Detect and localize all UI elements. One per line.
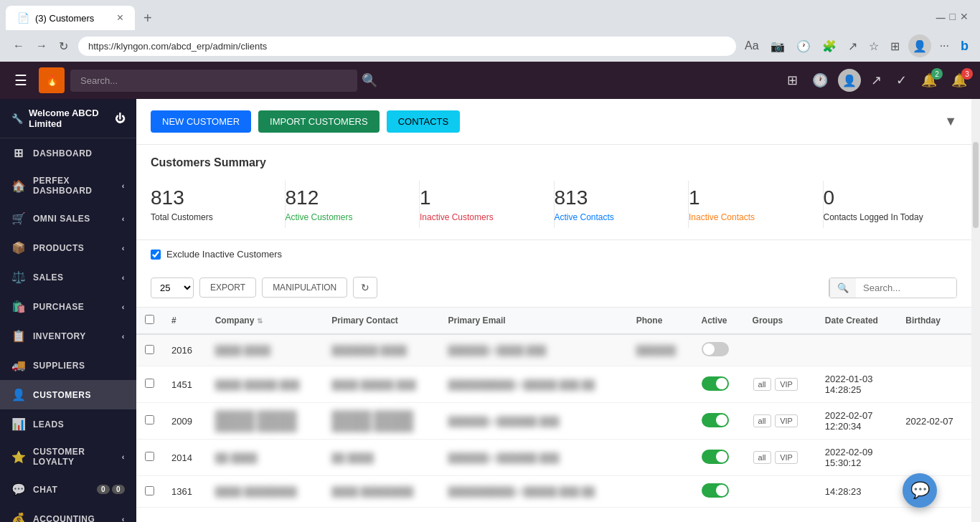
sidebar-item-suppliers[interactable]: 🚚 SUPPLIERS xyxy=(0,351,136,380)
active-toggle[interactable] xyxy=(702,342,729,356)
sidebar-item-leads[interactable]: 📊 LEADS xyxy=(0,409,136,439)
group-badge-all: all xyxy=(753,451,771,464)
perfex-chevron: ‹ xyxy=(122,181,125,190)
active-toggle[interactable] xyxy=(702,450,729,464)
row-select-checkbox[interactable] xyxy=(145,452,154,461)
top-search-input[interactable] xyxy=(70,70,357,92)
table-search: 🔍 xyxy=(829,277,957,298)
sidebar-item-omni-sales[interactable]: 🛒 OMNI SALES ‹ xyxy=(0,204,136,233)
page-size-select[interactable]: 25 10 50 100 xyxy=(151,277,194,298)
sidebar-item-customers[interactable]: 👤 CUSTOMERS xyxy=(0,380,136,409)
top-navigation: ☰ 🔥 🔍 ⊞ 🕐 👤 ↗ ✓ 🔔2 🔔3 xyxy=(0,62,980,99)
bing-btn[interactable]: b xyxy=(958,36,971,57)
exclude-inactive-label: Exclude Inactive Customers xyxy=(166,249,282,260)
screen-btn[interactable]: ⊞ xyxy=(783,70,802,91)
table-search-input[interactable] xyxy=(856,278,956,298)
sidebar-item-sales[interactable]: ⚖️ SALES ‹ xyxy=(0,262,136,292)
col-active: Active xyxy=(693,308,744,334)
row-groups xyxy=(744,476,816,508)
hamburger-menu[interactable]: ☰ xyxy=(9,69,33,92)
row-select-checkbox[interactable] xyxy=(145,379,154,388)
screenshot-btn[interactable]: 📷 xyxy=(768,37,788,56)
row-checkbox xyxy=(136,476,163,508)
window-maximize[interactable]: □ xyxy=(950,11,956,26)
task-btn[interactable]: ✓ xyxy=(892,70,911,91)
sidebar-item-purchase[interactable]: 🛍️ PURCHASE ‹ xyxy=(0,292,136,321)
sidebar-item-accounting[interactable]: 💰 ACCOUNTING ‹ xyxy=(0,504,136,522)
user-avatar[interactable]: 👤 xyxy=(908,34,931,57)
new-customer-button[interactable]: NEW CUSTOMER xyxy=(151,110,251,133)
scrollbar-thumb[interactable] xyxy=(973,142,979,228)
sidebar-item-products[interactable]: 📦 PRODUCTS ‹ xyxy=(0,233,136,262)
tab-title: (3) Customers xyxy=(35,13,94,24)
customers-icon: 👤 xyxy=(11,388,26,402)
share-nav-btn[interactable]: ↗ xyxy=(867,70,886,91)
select-all-checkbox[interactable] xyxy=(145,315,154,324)
row-contact: ███████ ████ xyxy=(323,334,439,366)
forward-button[interactable]: → xyxy=(32,37,52,56)
table-controls: 25 10 50 100 EXPORT MANIPULATION ↻ 🔍 xyxy=(136,268,971,308)
row-select-checkbox[interactable] xyxy=(145,486,154,495)
url-input[interactable] xyxy=(78,37,736,56)
row-select-checkbox[interactable] xyxy=(145,345,154,354)
sidebar-item-perfex[interactable]: 🏠 PERFEX DASHBOARD ‹ xyxy=(0,168,136,204)
sidebar-item-dashboard[interactable]: ⊞ DASHBOARD xyxy=(0,138,136,168)
exclude-inactive-checkbox[interactable] xyxy=(151,250,161,260)
sidebar-item-inventory[interactable]: 📋 INVENTORY ‹ xyxy=(0,321,136,351)
sidebar-label-accounting: ACCOUNTING xyxy=(33,514,95,523)
contacts-button[interactable]: CONTACTS xyxy=(387,110,461,133)
favorites-btn[interactable]: ☆ xyxy=(866,37,882,56)
tab-close-button[interactable]: × xyxy=(117,11,123,24)
row-id: 1361 xyxy=(163,476,207,508)
collections-btn[interactable]: ⊞ xyxy=(887,37,903,56)
products-chevron: ‹ xyxy=(122,244,125,252)
window-minimize[interactable]: ─ xyxy=(936,11,946,26)
accounting-icon: 💰 xyxy=(11,512,26,522)
row-email: ██████@████.███ xyxy=(440,334,628,366)
row-checkbox xyxy=(136,366,163,403)
row-email: ██████████@█████.███.██ xyxy=(440,366,628,403)
row-id: 2016 xyxy=(163,334,207,366)
loyalty-chevron: ‹ xyxy=(122,452,125,461)
back-button[interactable]: ← xyxy=(9,37,29,56)
nav-buttons: ← → ↻ xyxy=(9,37,72,56)
refresh-table-button[interactable]: ↻ xyxy=(353,277,377,298)
active-toggle[interactable] xyxy=(702,376,729,391)
right-scrollbar[interactable] xyxy=(971,99,980,522)
notification-btn-red[interactable]: 🔔3 xyxy=(947,70,971,91)
chat-widget-button[interactable]: 💬 xyxy=(903,473,937,508)
active-toggle[interactable] xyxy=(702,413,729,427)
new-tab-button[interactable]: + xyxy=(138,7,158,29)
manipulation-button[interactable]: MANIPULATION xyxy=(262,277,347,298)
active-toggle[interactable] xyxy=(702,483,729,498)
menu-btn[interactable]: ··· xyxy=(937,37,952,55)
brand-label: Welcome ABCD Limited xyxy=(29,108,109,129)
export-button[interactable]: EXPORT xyxy=(199,277,256,298)
power-icon[interactable]: ⏻ xyxy=(115,113,125,124)
col-id: # xyxy=(163,308,207,334)
summary-logged-in-today: 0 Contacts Logged In Today xyxy=(824,181,958,228)
company-sort-icon[interactable]: ⇅ xyxy=(257,317,263,325)
refresh-button[interactable]: ↻ xyxy=(55,37,72,56)
omni-sales-icon: 🛒 xyxy=(11,212,26,225)
sidebar-label-sales: SALES xyxy=(33,272,64,283)
share-btn[interactable]: ↗ xyxy=(845,37,860,56)
sidebar-label-products: PRODUCTS xyxy=(33,243,84,253)
search-button[interactable]: 🔍 xyxy=(357,70,382,91)
total-customers-label: Total Customers xyxy=(151,212,270,222)
search-bar-container: 🔍 xyxy=(70,70,777,92)
col-primary-contact: Primary Contact xyxy=(323,308,439,334)
history-nav-btn[interactable]: 🕐 xyxy=(808,70,832,91)
user-profile-avatar[interactable]: 👤 xyxy=(838,69,861,92)
row-select-checkbox[interactable] xyxy=(145,415,154,424)
filter-button[interactable]: ▼ xyxy=(944,114,957,129)
active-tab[interactable]: 📄 (3) Customers × xyxy=(6,6,135,30)
extensions-btn[interactable]: 🧩 xyxy=(819,37,839,56)
notification-btn-green[interactable]: 🔔2 xyxy=(917,70,941,91)
import-customers-button[interactable]: IMPORT CUSTOMERS xyxy=(258,110,380,133)
window-close[interactable]: ✕ xyxy=(960,11,969,26)
sidebar-item-chat[interactable]: 💬 CHAT 0 0 xyxy=(0,475,136,504)
sidebar-item-customer-loyalty[interactable]: ⭐ CUSTOMER LOYALTY ‹ xyxy=(0,439,136,475)
history-btn[interactable]: 🕐 xyxy=(793,37,814,56)
reader-mode-btn[interactable]: Aa xyxy=(742,37,762,55)
